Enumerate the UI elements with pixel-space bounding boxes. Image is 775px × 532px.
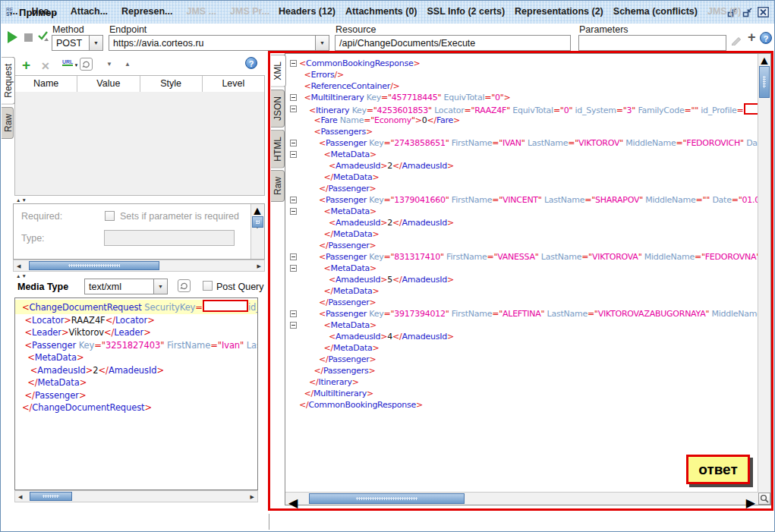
response-horizontal-scrollbar[interactable]: ◀ ▶ [285,492,758,505]
parameters-label: Parameters [579,24,629,35]
scrollbar-thumb[interactable] [30,492,72,501]
type-field[interactable] [104,230,235,246]
response-xml-line: </MetaData> [287,172,758,183]
collapse-node-icon[interactable] [290,208,297,215]
collapse-node-icon[interactable] [290,253,297,260]
request-xml-line: <Locator>RAAZ4F</Locator> [15,314,257,327]
scroll-left-icon[interactable]: ◀ [288,496,298,510]
required-checkbox[interactable] [105,211,115,221]
parameters-field[interactable] [578,35,726,51]
collapse-node-icon[interactable] [290,60,297,67]
response-xml-line: </MultiItinerary> [287,388,758,399]
tab-ssl-info-2-certs[interactable]: SSL Info (2 certs) [427,6,506,17]
media-type-select[interactable]: text/xml▼ [84,279,168,294]
collapse-node-icon[interactable] [290,322,297,329]
chevron-down-icon[interactable]: ▼ [315,36,329,50]
details-horizontal-scrollbar[interactable]: ◀ ▶ [13,260,265,272]
request-view-tab-request[interactable]: Request [2,57,15,105]
add-parameter-icon[interactable]: + [748,30,756,46]
response-view-tab-raw[interactable]: Raw [271,170,285,202]
request-horizontal-scrollbar[interactable]: ◀ ▶ [14,490,258,502]
fold-gutter [287,183,299,194]
splitter-handle[interactable]: ▲▼ [16,273,27,279]
fold-gutter [287,308,299,320]
refresh-params-icon[interactable] [80,58,93,71]
response-view-tab-xml[interactable]: XML [271,55,286,87]
scrollbar-thumb[interactable] [759,66,770,98]
update-from-url-icon[interactable]: URL [62,59,73,66]
response-xml: <CommonBookingResponse> <Errors/> <Refer… [287,58,758,492]
fold-gutter [287,399,299,411]
chevron-down-icon[interactable]: ▼ [153,279,167,294]
redacted-value [744,103,758,115]
param-table-body[interactable] [14,92,265,196]
collapse-node-icon[interactable] [290,197,297,203]
request-view-tab-raw[interactable]: Raw [2,107,14,139]
chevron-down-icon[interactable]: ▼ [89,36,102,50]
help-icon[interactable]: ? [760,32,772,44]
add-param-icon[interactable]: + [22,57,30,74]
move-up-icon[interactable]: ▲ [124,61,131,68]
help-icon[interactable]: ? [245,57,257,69]
stop-request-icon[interactable] [24,33,33,42]
tab-headers-12[interactable]: Headers (12) [279,6,336,17]
details-vertical-scrollbar[interactable]: ▲ ▼ [250,204,264,259]
splitter-handle[interactable]: ▲▼ [16,197,27,203]
response-view-tab-html[interactable]: HTML [271,130,285,168]
scrollbar-thumb[interactable] [309,493,465,504]
edit-params-icon[interactable] [731,34,743,46]
response-body-editor[interactable]: <CommonBookingResponse> <Errors/> <Refer… [285,53,771,505]
scrollbar-thumb[interactable] [29,261,159,270]
tab-jms[interactable]: JMS ... [186,6,216,17]
move-down-icon[interactable]: ▼ [106,61,112,68]
collapse-node-icon[interactable] [290,140,297,146]
tab-represen[interactable]: Represen... [121,6,172,17]
method-select[interactable]: POST▼ [52,35,103,51]
response-xml-line: </Itinerary> [287,376,758,388]
scroll-up-icon[interactable]: ▲ [758,54,770,67]
collapse-node-icon[interactable] [290,105,297,112]
post-query-checkbox[interactable] [203,281,213,291]
fold-gutter [287,58,299,69]
response-xml-line: </Passenger> [287,240,758,251]
magnifier-icon[interactable] [758,493,770,505]
response-vertical-scrollbar[interactable]: ▲ ▼ [758,54,770,493]
request-xml-line: </MetaData> [15,376,257,389]
tab-[interactable]: ... [10,6,17,17]
response-status-tabs: Headers (12)Attachments (0)SSL Info (2 c… [279,6,741,17]
tab-representations-2[interactable]: Representations (2) [515,6,603,17]
response-view-tab-json[interactable]: JSON [271,90,285,127]
collapse-node-icon[interactable] [290,94,297,101]
collapse-node-icon[interactable] [290,151,297,158]
tab-attach[interactable]: Attach... [71,6,108,17]
scroll-right-icon[interactable]: ▶ [746,496,755,510]
scroll-left-icon[interactable]: ◀ [17,263,20,269]
tab-schema-conflicts[interactable]: Schema (conflicts) [613,6,698,17]
close-window-icon[interactable] [758,7,769,17]
send-request-icon[interactable] [8,31,17,43]
response-xml-line: </Passenger> [287,354,758,365]
float-window-icon[interactable] [742,8,753,17]
fold-gutter [287,206,299,217]
scroll-up-icon[interactable]: ▲ [251,204,263,217]
resource-field[interactable]: /api/ChangeDocuments/Execute [335,35,571,51]
delete-param-icon[interactable]: ✕ [41,60,50,72]
scrollbar-thumb[interactable] [252,216,263,228]
scroll-right-icon[interactable]: ▶ [250,494,254,500]
collapse-node-icon[interactable] [290,310,297,317]
response-xml-line: <MetaData> [287,320,758,331]
refresh-body-icon[interactable] [178,279,191,292]
submit-to-endpoint-icon[interactable] [37,30,50,42]
request-xml: <ChangeDocumentRequest SecurityKey=id_Pr… [15,298,257,414]
tab-hea[interactable]: Hea... [31,6,56,17]
param-col-level: Level [203,76,264,92]
scroll-left-icon[interactable]: ◀ [18,494,22,500]
endpoint-combobox[interactable]: https://avia.corteos.ru▼ [109,35,329,51]
tab-jms-pr[interactable]: JMS Pr... [230,6,269,17]
request-body-editor[interactable]: <ChangeDocumentRequest SecurityKey=id_Pr… [14,297,258,490]
collapse-node-icon[interactable] [290,265,297,272]
scroll-right-icon[interactable]: ▶ [257,263,261,269]
tab-attachments-0[interactable]: Attachments (0) [345,6,417,17]
param-col-name: Name [15,76,77,92]
tab-jms-0[interactable]: JMS (0) [707,6,741,17]
